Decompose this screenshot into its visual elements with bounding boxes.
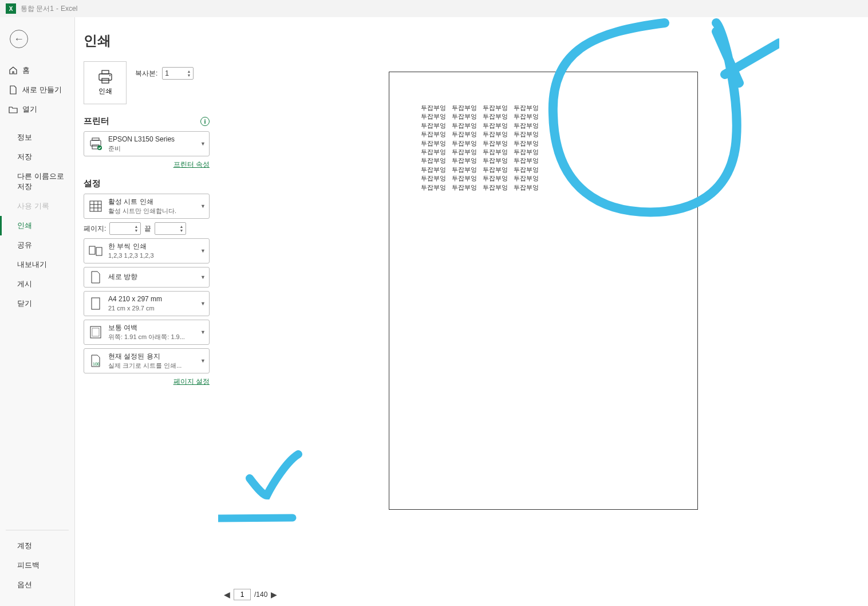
paper-size-dropdown[interactable]: A4 210 x 297 mm 21 cm x 29.7 cm ▼ bbox=[84, 291, 210, 316]
dd-title: 현재 설정된 용지 bbox=[108, 352, 196, 361]
dd-sub: 1,2,3 1,2,3 1,2,3 bbox=[108, 251, 196, 259]
nav-label: 새로 만들기 bbox=[22, 85, 62, 95]
preview-content: 투잡부엉투잡부엉투잡부엉투잡부엉투잡부엉투잡부엉투잡부엉투잡부엉투잡부엉투잡부엉… bbox=[415, 104, 545, 192]
nav-save-as[interactable]: 다른 이름으로 저장 bbox=[0, 167, 74, 196]
preview-cell: 투잡부엉 bbox=[421, 121, 446, 130]
nav-label: 닫기 bbox=[17, 298, 32, 309]
svg-rect-13 bbox=[89, 246, 95, 254]
preview-cell: 투잡부엉 bbox=[514, 148, 539, 156]
chevron-down-icon: ▼ bbox=[200, 274, 206, 280]
nav-account[interactable]: 계정 bbox=[0, 536, 74, 556]
preview-cell: 투잡부엉 bbox=[514, 104, 539, 112]
nav-history: 사용 기록 bbox=[0, 196, 74, 216]
print-button[interactable]: 인쇄 bbox=[84, 61, 127, 104]
preview-cell: 투잡부엉 bbox=[514, 174, 539, 183]
margins-dropdown[interactable]: 보통 여백 위쪽: 1.91 cm 아래쪽: 1.9... ▼ bbox=[84, 320, 210, 345]
next-page-button[interactable]: ▶ bbox=[271, 590, 277, 599]
svg-rect-15 bbox=[92, 298, 100, 309]
dd-sub: 위쪽: 1.91 cm 아래쪽: 1.9... bbox=[108, 333, 196, 341]
print-what-dropdown[interactable]: 활성 시트 인쇄 활성 시트만 인쇄합니다. ▼ bbox=[84, 194, 210, 219]
printer-dropdown[interactable]: EPSON L3150 Series 준비 ▼ bbox=[84, 131, 210, 156]
svg-rect-14 bbox=[96, 247, 102, 255]
preview-cell: 투잡부엉 bbox=[514, 112, 539, 121]
chevron-down-icon: ▼ bbox=[200, 358, 206, 364]
preview-cell: 투잡부엉 bbox=[483, 156, 508, 165]
svg-point-3 bbox=[109, 75, 111, 76]
nav-label: 게시 bbox=[17, 279, 32, 289]
titlebar: X 통합 문서1 - Excel bbox=[0, 0, 868, 17]
backstage-nav: ← 홈 새로 만들기 열기 정보 저장 다른 이름으로 저장 사용 기록 인쇄 … bbox=[0, 17, 74, 606]
annotation-underline bbox=[218, 513, 298, 524]
back-arrow-icon: ← bbox=[10, 30, 28, 48]
dd-sub: 활성 시트만 인쇄합니다. bbox=[108, 207, 196, 215]
printer-status-icon bbox=[88, 137, 104, 150]
nav-label: 사용 기록 bbox=[17, 201, 49, 211]
printer-icon bbox=[97, 70, 113, 84]
nav-export[interactable]: 내보내기 bbox=[0, 255, 74, 274]
printer-section-label: 프린터 bbox=[84, 116, 109, 127]
dd-title: 보통 여백 bbox=[108, 324, 196, 333]
orientation-dropdown[interactable]: 세로 방향 ▼ bbox=[84, 267, 210, 288]
preview-cell: 투잡부엉 bbox=[452, 183, 477, 192]
nav-new[interactable]: 새로 만들기 bbox=[0, 80, 74, 100]
preview-cell: 투잡부엉 bbox=[452, 139, 477, 148]
preview-cell: 투잡부엉 bbox=[421, 139, 446, 148]
paper-icon bbox=[88, 297, 104, 310]
printer-properties-link[interactable]: 프린터 속성 bbox=[84, 160, 210, 170]
info-icon[interactable]: i bbox=[200, 117, 210, 126]
collate-icon bbox=[88, 246, 104, 256]
nav-home[interactable]: 홈 bbox=[0, 61, 74, 80]
page-title: 인쇄 bbox=[84, 32, 210, 50]
nav-label: 피드백 bbox=[17, 560, 40, 570]
nav-info[interactable]: 정보 bbox=[0, 128, 74, 147]
preview-cell: 투잡부엉 bbox=[483, 121, 508, 130]
preview-cell: 투잡부엉 bbox=[452, 104, 477, 112]
svg-rect-0 bbox=[102, 70, 109, 74]
preview-cell: 투잡부엉 bbox=[483, 130, 508, 139]
nav-label: 저장 bbox=[17, 152, 32, 162]
collation-dropdown[interactable]: 한 부씩 인쇄 1,2,3 1,2,3 1,2,3 ▼ bbox=[84, 238, 210, 263]
dd-sub: 21 cm x 29.7 cm bbox=[108, 304, 196, 312]
printer-status: 준비 bbox=[108, 144, 196, 152]
copies-input[interactable]: 1 ▲▼ bbox=[162, 67, 194, 80]
preview-cell: 투잡부엉 bbox=[483, 104, 508, 112]
nav-label: 인쇄 bbox=[17, 221, 32, 231]
page-setup-link[interactable]: 페이지 설정 bbox=[84, 377, 210, 387]
back-button[interactable]: ← bbox=[9, 29, 29, 49]
preview-cell: 투잡부엉 bbox=[483, 112, 508, 121]
nav-save[interactable]: 저장 bbox=[0, 147, 74, 167]
scaling-icon: 100 bbox=[88, 355, 104, 367]
dd-title: 활성 시트 인쇄 bbox=[108, 198, 196, 207]
portrait-icon bbox=[88, 271, 104, 284]
current-page-input[interactable] bbox=[234, 589, 251, 600]
nav-options[interactable]: 옵션 bbox=[0, 575, 74, 595]
svg-rect-17 bbox=[92, 328, 99, 336]
copies-value: 1 bbox=[165, 69, 169, 77]
printer-name: EPSON L3150 Series bbox=[108, 135, 196, 144]
preview-cell: 투잡부엉 bbox=[421, 166, 446, 174]
nav-close[interactable]: 닫기 bbox=[0, 294, 74, 313]
pages-to-label: 끝 bbox=[144, 224, 151, 234]
nav-feedback[interactable]: 피드백 bbox=[0, 556, 74, 575]
preview-cell: 투잡부엉 bbox=[514, 166, 539, 174]
spin-carets-icon: ▲▼ bbox=[187, 69, 191, 77]
page-from-input[interactable]: ▲▼ bbox=[109, 222, 141, 235]
chevron-down-icon: ▼ bbox=[200, 301, 206, 306]
chevron-down-icon: ▼ bbox=[200, 248, 206, 254]
svg-rect-8 bbox=[90, 201, 101, 211]
preview-cell: 투잡부엉 bbox=[452, 174, 477, 183]
nav-share[interactable]: 공유 bbox=[0, 235, 74, 255]
svg-rect-5 bbox=[92, 138, 99, 140]
print-preview-area: 투잡부엉투잡부엉투잡부엉투잡부엉투잡부엉투잡부엉투잡부엉투잡부엉투잡부엉투잡부엉… bbox=[218, 17, 868, 606]
nav-print[interactable]: 인쇄 bbox=[0, 216, 74, 235]
preview-cell: 투잡부엉 bbox=[452, 156, 477, 165]
preview-cell: 투잡부엉 bbox=[514, 156, 539, 165]
prev-page-button[interactable]: ◀ bbox=[224, 590, 230, 599]
nav-label: 정보 bbox=[17, 132, 32, 143]
settings-section-label: 설정 bbox=[84, 178, 101, 189]
page-to-input[interactable]: ▲▼ bbox=[155, 222, 186, 235]
chevron-down-icon: ▼ bbox=[200, 329, 206, 335]
nav-open[interactable]: 열기 bbox=[0, 100, 74, 119]
scaling-dropdown[interactable]: 100 현재 설정된 용지 실제 크기로 시트를 인쇄... ▼ bbox=[84, 348, 210, 373]
nav-publish[interactable]: 게시 bbox=[0, 274, 74, 294]
